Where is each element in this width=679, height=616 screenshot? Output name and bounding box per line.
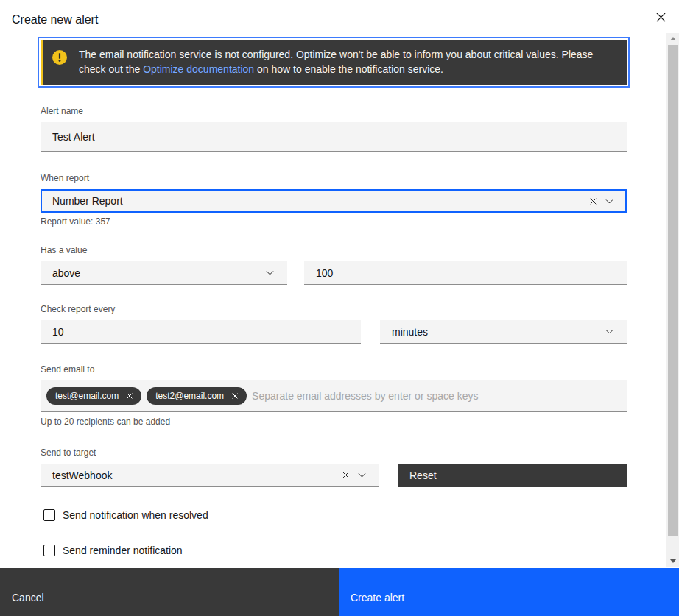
reset-button[interactable]: Reset [398,464,627,487]
recipients-helper: Up to 20 recipients can be added [41,417,627,427]
reminder-checkbox-label[interactable]: Send reminder notification [63,544,183,557]
notification-text-after: on how to enable the notification servic… [254,63,443,75]
chevron-down-icon [601,327,618,336]
interval-unit-value: minutes [392,326,601,338]
remove-tag-icon[interactable] [228,389,242,403]
scroll-up-icon[interactable] [666,33,679,44]
documentation-link[interactable]: Optimize documentation [143,63,254,75]
operator-value: above [52,267,261,279]
dialog-footer: Cancel Create alert [0,568,679,616]
alert-name-input[interactable] [41,122,627,152]
send-target-label: Send to target [41,447,627,458]
vertical-scrollbar[interactable] [666,33,679,567]
operator-select[interactable]: above [41,261,287,285]
reminder-checkbox-row: Send reminder notification [43,544,627,557]
chevron-down-icon[interactable] [601,197,618,206]
reminder-checkbox[interactable] [43,545,55,556]
target-combobox[interactable]: testWebhook [41,464,379,487]
send-email-label: Send email to [41,364,627,375]
clear-selection-icon[interactable] [338,471,353,479]
interval-input[interactable] [41,320,361,344]
warning-icon [52,50,67,77]
close-icon [655,12,666,25]
check-every-label: Check report every [41,304,627,314]
threshold-input[interactable] [304,261,627,285]
when-report-label: When report [41,173,627,183]
dialog-header: Create new alert [0,0,679,27]
email-tag: test2@email.com [147,387,247,405]
email-tag-label: test2@email.com [155,391,224,401]
create-alert-dialog: Create new alert The email notification … [0,0,679,616]
page-title: Create new alert [12,13,667,27]
create-alert-button[interactable]: Create alert [339,568,679,616]
scroll-down-icon[interactable] [666,556,679,567]
chevron-down-icon[interactable] [353,470,370,480]
email-input[interactable] [252,385,621,407]
clear-selection-icon[interactable] [585,197,601,205]
resolved-checkbox[interactable] [43,509,55,521]
email-tag-label: test@email.com [55,391,119,401]
when-report-value: Number Report [52,195,585,207]
cancel-button[interactable]: Cancel [0,568,339,616]
resolved-checkbox-label[interactable]: Send notification when resolved [63,509,208,522]
alert-name-label: Alert name [41,106,627,116]
target-value: testWebhook [52,470,338,481]
close-button[interactable] [652,10,669,26]
chevron-down-icon [261,268,278,277]
email-tag: test@email.com [46,387,141,405]
dialog-content: The email notification service is not co… [0,27,666,557]
has-value-label: Has a value [41,245,627,255]
remove-tag-icon[interactable] [123,389,136,403]
email-multiselect[interactable]: test@email.com test2@email.com [41,380,627,412]
when-report-combobox[interactable]: Number Report [41,189,627,213]
resolved-checkbox-row: Send notification when resolved [43,509,627,522]
warning-notification: The email notification service is not co… [41,40,627,85]
scrollbar-thumb[interactable] [668,45,678,536]
notification-message: The email notification service is not co… [79,48,615,77]
interval-unit-select[interactable]: minutes [380,320,627,344]
report-value-helper: Report value: 357 [41,216,627,227]
